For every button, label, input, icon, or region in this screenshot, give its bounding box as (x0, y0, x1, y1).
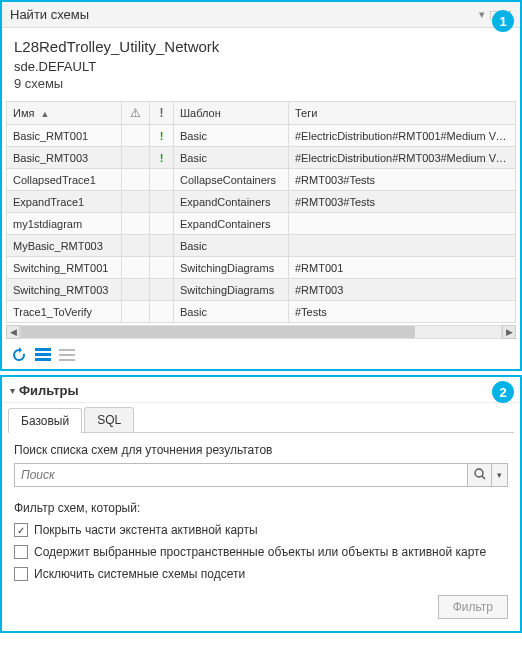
search-dropdown-button[interactable]: ▾ (492, 463, 508, 487)
cell-name: CollapsedTrace1 (7, 169, 122, 191)
table-row[interactable]: Basic_RMT003!Basic#ElectricDistribution#… (7, 147, 516, 169)
cell-tags (289, 235, 516, 257)
diagram-table-wrap: Имя ▲ ⚠ ! Шаблон Теги (2, 101, 520, 323)
checkbox-row-selected[interactable]: Содержит выбранные пространственные объе… (14, 545, 508, 559)
titlebar-title: Найти схемы (10, 7, 89, 22)
table-row[interactable]: Switching_RMT001SwitchingDiagrams#RMT001 (7, 257, 516, 279)
refresh-button[interactable] (10, 347, 28, 363)
cell-template: Basic (174, 301, 289, 323)
cell-warning (122, 147, 150, 169)
cell-template: ExpandContainers (174, 191, 289, 213)
filters-title: Фильтры (19, 383, 79, 398)
cell-consistency: ! (150, 147, 174, 169)
col-header-name[interactable]: Имя ▲ (7, 102, 122, 125)
col-header-tags[interactable]: Теги (289, 102, 516, 125)
cell-name: Trace1_ToVerify (7, 301, 122, 323)
chevron-down-icon: ▾ (10, 385, 15, 396)
network-name: L28RedTrolley_Utility_Network (14, 38, 508, 55)
search-row: ▾ (14, 463, 508, 487)
filter-tabs: Базовый SQL (8, 407, 514, 433)
checkbox-selected-label: Содержит выбранные пространственные объе… (34, 545, 486, 559)
table-row[interactable]: my1stdiagramExpandContainers (7, 213, 516, 235)
cell-warning (122, 235, 150, 257)
table-row[interactable]: CollapsedTrace1CollapseContainers#RMT003… (7, 169, 516, 191)
diagram-count: 9 схемы (14, 76, 508, 91)
chevron-down-icon: ▾ (497, 470, 502, 480)
checkbox-row-extent[interactable]: ✓ Покрыть части экстента активной карты (14, 523, 508, 537)
find-diagrams-panel: 1 Найти схемы ▾ ⬚ ✕ L28RedTrolley_Utilit… (0, 0, 522, 371)
callout-badge-2: 2 (492, 381, 514, 403)
filters-header[interactable]: ▾ Фильтры (2, 377, 520, 403)
table-row[interactable]: MyBasic_RMT003Basic (7, 235, 516, 257)
cell-consistency (150, 191, 174, 213)
callout-badge-1: 1 (492, 10, 514, 32)
cell-tags: #RMT003 (289, 279, 516, 301)
cell-tags: #ElectricDistribution#RMT003#Medium Volt… (289, 147, 516, 169)
cell-consistency (150, 301, 174, 323)
col-header-tags-label: Теги (295, 107, 317, 119)
cell-template: Basic (174, 125, 289, 147)
cell-consistency (150, 257, 174, 279)
view-details-button[interactable] (34, 347, 52, 363)
cell-warning (122, 257, 150, 279)
svg-rect-3 (59, 349, 75, 351)
cell-tags: #Tests (289, 301, 516, 323)
apply-filter-button[interactable]: Фильтр (438, 595, 508, 619)
filters-panel: 2 ▾ Фильтры Базовый SQL Поиск списка схе… (0, 375, 522, 633)
checkbox-selected[interactable] (14, 545, 28, 559)
dropdown-icon[interactable]: ▾ (479, 8, 485, 21)
table-row[interactable]: Basic_RMT001!Basic#ElectricDistribution#… (7, 125, 516, 147)
search-input[interactable] (14, 463, 468, 487)
svg-rect-5 (59, 359, 75, 361)
checkbox-extent[interactable]: ✓ (14, 523, 28, 537)
cell-consistency (150, 279, 174, 301)
cell-template: SwitchingDiagrams (174, 279, 289, 301)
search-button[interactable] (468, 463, 492, 487)
col-header-template-label: Шаблон (180, 107, 221, 119)
cell-tags: #ElectricDistribution#RMT001#Medium Volt… (289, 125, 516, 147)
checkbox-row-exclude[interactable]: Исключить системные схемы подсети (14, 567, 508, 581)
cell-warning (122, 279, 150, 301)
cell-template: Basic (174, 147, 289, 169)
tab-basic[interactable]: Базовый (8, 408, 82, 433)
table-row[interactable]: Switching_RMT003SwitchingDiagrams#RMT003 (7, 279, 516, 301)
table-row[interactable]: ExpandTrace1ExpandContainers#RMT003#Test… (7, 191, 516, 213)
svg-rect-2 (35, 358, 51, 361)
cell-name: MyBasic_RMT003 (7, 235, 122, 257)
col-header-template[interactable]: Шаблон (174, 102, 289, 125)
tab-sql[interactable]: SQL (84, 407, 134, 432)
table-toolbar (2, 341, 520, 369)
cell-consistency: ! (150, 125, 174, 147)
checkbox-exclude[interactable] (14, 567, 28, 581)
inconsistent-icon: ! (160, 152, 164, 164)
cell-name: Basic_RMT001 (7, 125, 122, 147)
view-list-button[interactable] (58, 347, 76, 363)
cell-consistency (150, 169, 174, 191)
svg-line-7 (482, 476, 485, 479)
titlebar: Найти схемы ▾ ⬚ ✕ (2, 2, 520, 28)
col-header-consistency[interactable]: ! (150, 102, 174, 125)
filter-which-label: Фильтр схем, который: (14, 501, 508, 515)
col-header-warning[interactable]: ⚠ (122, 102, 150, 125)
col-header-name-label: Имя (13, 107, 34, 119)
scroll-thumb[interactable] (21, 326, 415, 338)
cell-warning (122, 125, 150, 147)
cell-warning (122, 191, 150, 213)
cell-name: ExpandTrace1 (7, 191, 122, 213)
svg-point-6 (475, 469, 483, 477)
svg-rect-0 (35, 348, 51, 351)
cell-template: SwitchingDiagrams (174, 257, 289, 279)
scroll-left-arrow[interactable]: ◀ (6, 325, 20, 339)
horizontal-scrollbar[interactable]: ◀ ▶ (6, 325, 516, 339)
checkbox-exclude-label: Исключить системные схемы подсети (34, 567, 245, 581)
cell-consistency (150, 235, 174, 257)
table-row[interactable]: Trace1_ToVerifyBasic#Tests (7, 301, 516, 323)
cell-tags: #RMT001 (289, 257, 516, 279)
cell-tags: #RMT003#Tests (289, 169, 516, 191)
scroll-track[interactable] (20, 325, 502, 339)
cell-name: my1stdiagram (7, 213, 122, 235)
scroll-right-arrow[interactable]: ▶ (502, 325, 516, 339)
header-section: L28RedTrolley_Utility_Network sde.DEFAUL… (2, 28, 520, 101)
cell-name: Switching_RMT003 (7, 279, 122, 301)
cell-name: Basic_RMT003 (7, 147, 122, 169)
